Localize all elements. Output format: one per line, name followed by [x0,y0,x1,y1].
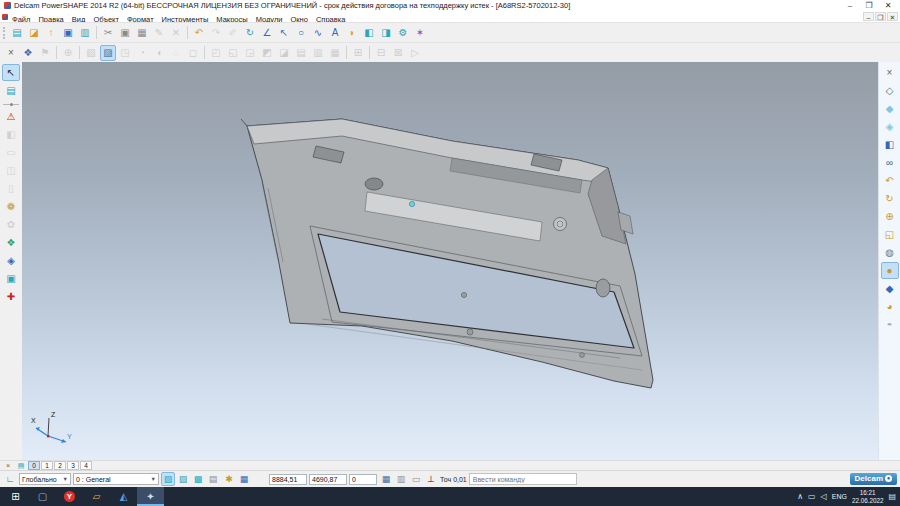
shading-options-icon[interactable]: ◕ [881,298,899,315]
undo-icon[interactable]: ↶ [191,25,207,41]
child-close-button[interactable]: ✕ [887,12,898,21]
text-icon[interactable]: A [327,25,343,41]
child-restore-button[interactable]: ❐ [875,12,886,21]
level-tab-2[interactable]: 2 [54,461,66,470]
solid-box-icon[interactable]: ▧ [83,45,99,61]
line-icon[interactable]: ∠ [259,25,275,41]
workplane-off-icon[interactable]: ▤ [206,472,220,486]
feature-pair-icon[interactable]: ⊞ [350,45,366,61]
surface-trim-icon[interactable]: ◫ [2,162,20,179]
workplane-select[interactable]: Глобально ▼ [19,473,71,485]
tray-notifications-icon[interactable]: ▤ [888,492,896,501]
taskbar-app-pc[interactable]: ▢ [29,487,56,506]
level-tab-3[interactable]: 3 [67,461,79,470]
restore-button[interactable]: ❐ [861,0,877,11]
delete-icon[interactable]: ✕ [168,25,184,41]
render-icon[interactable]: ◓ [881,316,899,333]
feature-icon[interactable]: ◨ [378,25,394,41]
viewport-3d[interactable]: Z X Y [22,62,878,460]
tray-clock[interactable]: 16:21 22.06.2022 [852,489,884,505]
taskbar-app-explorer[interactable]: ▱ [83,487,110,506]
cad-model-truck-panel[interactable] [22,62,878,460]
tray-chevron-up-icon[interactable]: ∧ [797,492,803,501]
solid-subtract-icon[interactable]: ◱ [225,45,241,61]
copy-icon[interactable]: ▣ [117,25,133,41]
taskbar-app-yandex[interactable]: Y [56,487,83,506]
calculator-icon[interactable]: ▦ [379,472,393,486]
zoom-fit-icon[interactable]: ⊕ [881,208,899,225]
tray-language[interactable]: ENG [832,493,847,500]
wizard-icon[interactable]: ✶ [412,25,428,41]
feature-history-icon[interactable]: ⊟ [373,45,389,61]
tolerance-value[interactable]: 0,01 [453,476,467,483]
view-iso2-icon[interactable]: ◆ [881,100,899,117]
close-toolbar-icon[interactable]: × [3,45,19,61]
command-input[interactable] [469,473,577,485]
solid-cut-icon[interactable]: ◳ [117,45,133,61]
pick-tool-icon[interactable]: ❁ [2,198,20,215]
circle-icon[interactable]: ○ [293,25,309,41]
solid-extrude-icon[interactable]: ▨ [100,45,116,61]
solid-revolve-icon[interactable]: ◔ [134,45,150,61]
wireframe-doctor-icon[interactable]: ⚠ [2,108,20,125]
taskbar-app-powershape[interactable]: ✦ [137,487,164,506]
flag-icon[interactable]: ⚑ [37,45,53,61]
coord-x-field[interactable]: 8884,51 [269,474,307,485]
close-views-icon[interactable]: × [881,64,899,81]
keyboard-icon[interactable]: ▭ [409,472,423,486]
tray-monitor-icon[interactable]: ▭ [808,492,816,501]
coord-y-field[interactable]: 4690,87 [309,474,347,485]
workplane-single-icon[interactable]: ▨ [176,472,190,486]
solid-stitch-icon[interactable]: ▤ [293,45,309,61]
coord-z-field[interactable]: 0 [349,474,377,485]
globe-wire-icon[interactable]: ◍ [881,244,899,261]
view-iso1-icon[interactable]: ◇ [881,82,899,99]
save-icon[interactable]: ▣ [60,25,76,41]
cut-icon[interactable]: ✂ [100,25,116,41]
zoom-box-icon[interactable]: ◱ [881,226,899,243]
solid-intersect-icon[interactable]: ◲ [242,45,258,61]
surface-icon[interactable]: ◗ [344,25,360,41]
solid-from-curves-icon[interactable]: ◌ [168,45,184,61]
workplane-multi-icon[interactable]: ▩ [191,472,205,486]
level-select[interactable]: 0 : General ▼ [73,473,159,485]
workplane-axis-icon[interactable]: ∟ [3,472,17,486]
solid-sweep-icon[interactable]: ◖ [151,45,167,61]
close-levels-icon[interactable]: × [2,461,14,470]
feature-tree-icon[interactable]: ❖ [20,45,36,61]
solid-offset-icon[interactable]: ▥ [310,45,326,61]
curve-icon[interactable]: ∿ [310,25,326,41]
feature-play-icon[interactable]: ▷ [407,45,423,61]
levels-icon[interactable]: ▤ [15,461,27,470]
surface-pair-icon[interactable]: ◧ [2,126,20,143]
intelligent-cursor-icon[interactable]: ⊥ [424,472,438,486]
rotate-select-icon[interactable]: ↻ [242,25,258,41]
import-icon[interactable]: ↑ [43,25,59,41]
open-model-icon[interactable]: ◪ [26,25,42,41]
minimize-button[interactable]: – [842,0,858,11]
edit-pencil-icon[interactable]: ✐ [225,25,241,41]
workplane-books-icon[interactable]: ▤ [2,82,20,99]
solid-split-icon[interactable]: ◩ [259,45,275,61]
surface-join-icon[interactable]: ▭ [2,144,20,161]
view-orient-icon[interactable]: ∞ [881,154,899,171]
feature-convert-icon[interactable]: ⊠ [390,45,406,61]
model-fix-icon[interactable]: ❖ [2,234,20,251]
child-minimize-button[interactable]: – [863,12,874,21]
add-feature-icon[interactable]: ⊕ [60,45,76,61]
surface-repair-icon[interactable]: ✿ [2,216,20,233]
find-duplicates-icon[interactable]: ◈ [2,252,20,269]
solid-icon[interactable]: ◧ [361,25,377,41]
zoom-undo-icon[interactable]: ↶ [881,172,899,189]
dynamic-section-icon[interactable]: ◆ [881,280,899,297]
format-painter-icon[interactable]: ✎ [151,25,167,41]
zoom-refresh-icon[interactable]: ↻ [881,190,899,207]
level-tab-0[interactable]: 0 [28,461,40,470]
level-tab-4[interactable]: 4 [80,461,92,470]
new-model-icon[interactable]: ▤ [9,25,25,41]
globe-shaded-icon[interactable]: ● [881,262,899,279]
grid-lock-icon[interactable]: ▧ [161,472,175,486]
tray-volume-muted-icon[interactable]: ◁ [821,492,827,501]
surface-stitch-icon[interactable]: ▯ [2,180,20,197]
toolbar-grip[interactable] [3,27,6,39]
